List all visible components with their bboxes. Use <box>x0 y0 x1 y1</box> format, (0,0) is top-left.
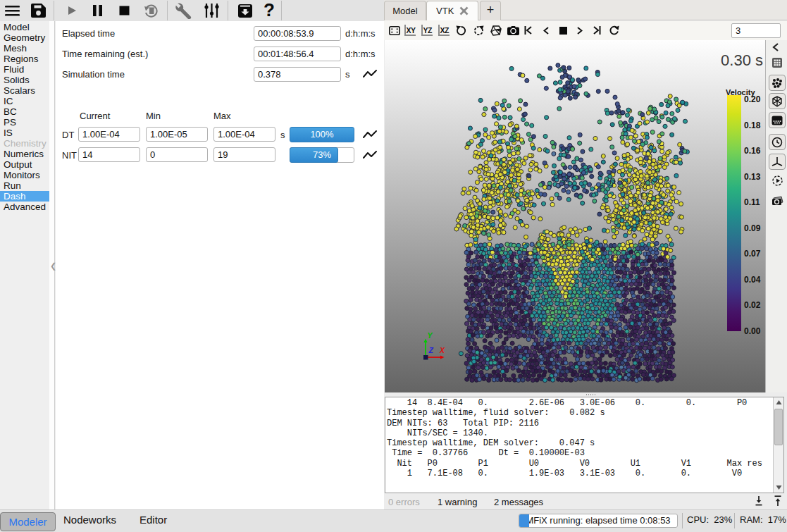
svg-text:YZ: YZ <box>423 26 433 35</box>
svg-text:X: X <box>439 346 445 354</box>
svg-text:XY: XY <box>407 26 416 35</box>
svg-text:Z: Z <box>428 346 434 354</box>
svg-text:XZ: XZ <box>440 26 450 35</box>
svg-text:Y: Y <box>428 332 433 340</box>
